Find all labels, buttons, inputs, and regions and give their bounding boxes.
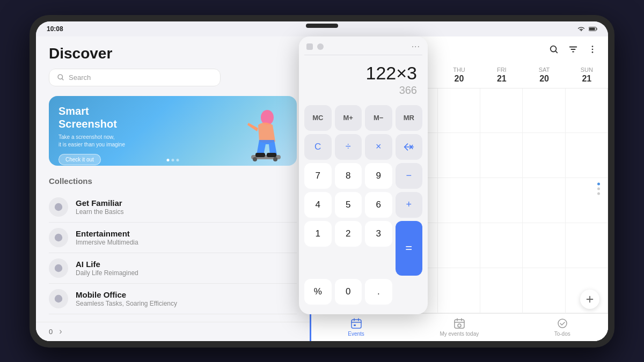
day-number-thu: 20 [438,74,480,84]
calc-result: 366 [310,84,417,97]
svg-point-4 [261,110,274,125]
calc-btn-multiply[interactable]: × [365,134,392,160]
banner: SmartScreenshot Take a screenshot now,it… [49,96,297,166]
calc-display: 122×3 366 [299,55,428,102]
calendar-cell-1-5[interactable] [480,88,523,134]
banner-text: SmartScreenshot Take a screenshot now,it… [58,105,125,165]
calc-btn-mplus[interactable]: M+ [335,105,362,131]
calc-btn-8[interactable]: 8 [335,163,362,189]
todos-icon [557,317,568,329]
collection-desc-mobile-office: Seamless Tasks, Soaring Efficiency [76,300,177,307]
svg-rect-9 [267,153,276,157]
calc-more-icon[interactable]: ··· [412,42,420,51]
calendar-cell-1-6[interactable] [523,88,565,134]
collection-item-mobile-office[interactable]: Mobile Office Seamless Tasks, Soaring Ef… [49,284,297,314]
calculator-overlay: ··· 122×3 366 MC M+ M− MR C ÷ × [299,36,428,314]
banner-button[interactable]: Check it out [58,154,101,165]
calendar-cell-2-6[interactable] [523,133,565,178]
calendar-cell-2-5[interactable] [480,133,523,178]
calc-row-0: % 0 . [304,279,422,305]
collection-name-entertainment: Entertainment [76,229,138,238]
calc-btn-mminus[interactable]: M− [365,105,392,131]
status-icons [577,26,597,32]
svg-point-10 [55,203,62,210]
events-icon [350,317,362,329]
collections-section: Collections Get Familiar Learn the Basic… [36,170,310,322]
calc-btn-backspace[interactable] [396,134,423,160]
calc-buttons: MC M+ M− MR C ÷ × [299,102,428,314]
calc-row-456: 4 5 6 + [304,192,422,218]
calc-btn-decimal[interactable]: . [365,279,392,305]
collection-item-ai-life[interactable]: AI Life Daily Life Reimagined [49,253,297,284]
calc-btn-percent[interactable]: % [304,279,332,305]
fab-add-button[interactable] [580,290,599,309]
calc-btn-5[interactable]: 5 [335,192,362,218]
svg-rect-2 [589,27,595,30]
calc-btn-minus[interactable]: − [396,163,423,189]
calendar-cell-2-4[interactable] [438,133,480,178]
calc-btn-4[interactable]: 4 [304,192,332,218]
day-number-fri: 21 [480,74,523,84]
calc-btn-clear[interactable]: C [304,134,332,160]
calc-btn-7[interactable]: 7 [304,163,332,189]
events-label: Events [348,331,364,337]
calendar-cell-5-6[interactable] [523,268,565,313]
calendar-cell-4-5[interactable] [480,223,523,268]
calendar-cell-4-4[interactable] [438,223,480,268]
more-options-icon[interactable] [588,45,597,54]
calc-btn-2[interactable]: 2 [335,221,362,247]
collection-desc-get-familiar: Learn the Basics [76,208,123,216]
battery-icon [589,26,597,32]
svg-point-13 [55,294,62,302]
bottom-arrow-icon[interactable]: › [59,327,62,336]
calc-op-row: C ÷ × [304,134,422,160]
banner-subtitle: Take a screenshot now,it is easier than … [58,134,125,149]
svg-rect-19 [354,324,356,326]
svg-point-22 [558,319,567,328]
calc-btn-9[interactable]: 9 [365,163,392,189]
tablet-screen: 10:08 Discover [36,21,608,341]
calendar-cell-1-7[interactable] [566,88,608,134]
calc-btn-equals[interactable]: = [396,221,423,276]
search-calendar-icon[interactable] [549,45,559,54]
nav-todos[interactable]: To-dos [554,317,570,337]
calendar-cell-1-4[interactable] [438,88,480,134]
calendar-cell-3-4[interactable] [438,178,480,223]
discover-header: Discover Search [36,36,310,92]
day-name-sat: SAT [523,67,565,73]
collection-item-entertainment[interactable]: Entertainment Immersive Multimedia [49,223,297,253]
calendar-cell-3-7[interactable] [566,178,608,223]
filter-icon[interactable] [568,45,578,54]
calendar-cell-5-4[interactable] [438,268,480,313]
calc-btn-1[interactable]: 1 [304,221,332,247]
collection-item-get-familiar[interactable]: Get Familiar Learn the Basics [49,192,297,223]
calc-btn-6[interactable]: 6 [365,192,392,218]
calc-btn-3[interactable]: 3 [365,221,392,247]
calc-minimize-btn[interactable] [317,43,324,50]
collection-name-mobile-office: Mobile Office [76,290,177,299]
calc-btn-plus[interactable]: + [396,192,423,218]
search-placeholder: Search [69,73,91,82]
day-number-sun: 21 [566,74,608,84]
search-bar[interactable]: Search [49,69,221,86]
nav-my-events[interactable]: My events today [440,317,479,337]
calendar-cell-2-7[interactable] [566,133,608,178]
collection-icon-entertainment [49,228,68,247]
calc-square-btn[interactable] [306,43,313,50]
nav-events[interactable]: Events [348,317,364,337]
day-name-thu: THU [438,67,480,73]
calc-btn-divide[interactable]: ÷ [335,134,362,160]
calc-btn-mc[interactable]: MC [304,105,332,131]
calendar-cell-4-7[interactable] [566,223,608,268]
collection-desc-entertainment: Immersive Multimedia [76,239,138,246]
calc-btn-0[interactable]: 0 [335,279,362,305]
calendar-cell-3-6[interactable] [523,178,565,223]
calendar-cell-3-5[interactable] [480,178,523,223]
svg-point-11 [55,233,62,241]
calendar-cell-5-5[interactable] [480,268,523,313]
svg-point-17 [592,51,594,53]
svg-rect-8 [255,153,265,157]
calendar-cell-4-6[interactable] [523,223,565,268]
calc-btn-mr[interactable]: MR [396,105,423,131]
day-name-fri: FRI [480,67,523,73]
